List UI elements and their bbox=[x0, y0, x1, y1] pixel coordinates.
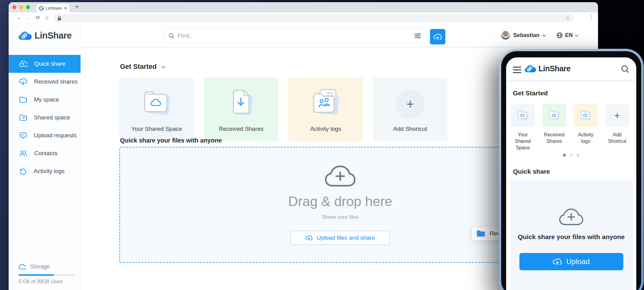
phone-upload-button[interactable]: Upload bbox=[519, 253, 623, 270]
folder-icon bbox=[19, 96, 27, 103]
language-selector[interactable]: EN bbox=[556, 32, 578, 39]
upload-files-and-share-button[interactable]: Upload files and share bbox=[291, 231, 390, 245]
linshare-cloud-logo-icon bbox=[524, 64, 536, 73]
close-window-button[interactable] bbox=[12, 5, 16, 9]
dropzone-cloud-plus-icon bbox=[324, 165, 356, 188]
storage-progress-fill bbox=[19, 274, 54, 276]
activity-history-icon bbox=[19, 168, 27, 175]
folder-cloud-icon bbox=[516, 109, 530, 122]
sidebar-item-activity-logs[interactable]: Activity logs bbox=[9, 162, 80, 180]
globe-icon bbox=[556, 32, 563, 39]
card-label: Activity logs bbox=[288, 126, 363, 132]
language-code: EN bbox=[565, 32, 573, 39]
tab-title: LinShare bbox=[46, 6, 62, 10]
reload-icon[interactable]: ⟳ bbox=[36, 14, 40, 21]
google-favicon bbox=[39, 6, 44, 11]
carousel-dot[interactable] bbox=[570, 154, 573, 157]
search-icon bbox=[168, 33, 175, 39]
hamburger-menu-icon[interactable] bbox=[513, 67, 521, 75]
phone-tile-label: Add Shortcut bbox=[605, 131, 629, 144]
phone-quick-share-panel: Quick share your files with anyone Uploa… bbox=[510, 180, 633, 290]
phone-tile-received-shares[interactable] bbox=[542, 104, 566, 127]
phone-get-started-title: Get Started bbox=[513, 89, 548, 97]
upload-button[interactable] bbox=[430, 29, 445, 44]
user-avatar[interactable] bbox=[501, 31, 510, 40]
phone-tile-add-shortcut[interactable]: + bbox=[605, 104, 629, 127]
phone-linshare-logo: LinShare bbox=[524, 64, 571, 73]
address-bar[interactable]: ☆ bbox=[54, 14, 574, 22]
phone-shortcut-tiles: Your Shared Space Received Shares bbox=[511, 104, 629, 151]
sidebar-item-received-shares[interactable]: Received shares bbox=[9, 73, 80, 91]
bookmark-star-icon[interactable]: ☆ bbox=[566, 15, 570, 21]
window-controls[interactable] bbox=[12, 5, 30, 9]
card-your-shared-space[interactable]: Your Shared Space bbox=[119, 78, 194, 141]
language-chevron-down-icon bbox=[575, 33, 579, 37]
sidebar-item-label: Activity logs bbox=[34, 168, 64, 175]
folder-share-icon bbox=[19, 114, 27, 121]
tab-close-icon[interactable]: ✕ bbox=[64, 6, 67, 10]
carousel-dot-active[interactable] bbox=[563, 154, 566, 157]
sidebar-item-quick-share[interactable]: Quick share bbox=[9, 55, 80, 73]
storage-progressbar bbox=[19, 274, 75, 276]
topbar: Sebastian EN bbox=[81, 24, 598, 46]
linshare-cloud-logo-icon bbox=[18, 31, 32, 41]
user-name[interactable]: Sebastian bbox=[513, 32, 539, 39]
card-label: Your Shared Space bbox=[119, 126, 194, 132]
get-started-chevron-icon[interactable] bbox=[161, 64, 165, 68]
sidebar-item-upload-requests[interactable]: Upload requests bbox=[9, 126, 80, 144]
phone-appbar: LinShare bbox=[506, 57, 636, 81]
back-icon[interactable]: ← bbox=[17, 14, 22, 21]
card-activity-logs[interactable]: Activity logs bbox=[288, 78, 363, 141]
storage-widget: Storage 5 GB of 20GB Used bbox=[19, 263, 75, 284]
folder-activity-icon bbox=[309, 87, 343, 119]
sidebar-item-contacts[interactable]: Contacts bbox=[9, 144, 80, 162]
forward-icon[interactable]: → bbox=[26, 14, 31, 21]
minimize-window-button[interactable] bbox=[19, 5, 23, 9]
carousel-dot[interactable] bbox=[576, 154, 580, 157]
phone-upload-label: Upload bbox=[566, 257, 590, 266]
get-started-header[interactable]: Get Started bbox=[120, 63, 164, 71]
linshare-logo[interactable]: LinShare bbox=[18, 31, 72, 41]
upload-request-bubble-icon bbox=[19, 132, 27, 139]
sidebar-item-shared-space[interactable]: Shared space bbox=[9, 109, 80, 126]
card-label: Received Shares bbox=[204, 126, 279, 132]
sidebar-item-my-space[interactable]: My space bbox=[9, 91, 80, 109]
file-download-icon bbox=[224, 87, 258, 119]
lock-icon bbox=[57, 16, 61, 21]
new-tab-button[interactable]: + bbox=[75, 3, 79, 10]
upload-files-and-share-label: Upload files and share bbox=[316, 234, 375, 241]
storage-caption: 5 GB of 20GB Used bbox=[19, 279, 75, 284]
phone-tile-label: Received Shares bbox=[542, 131, 566, 144]
browser-menu-icon[interactable]: ⋮ bbox=[588, 14, 594, 20]
quick-share-section-title: Quick share your files with anyone bbox=[120, 137, 222, 144]
blue-folder-icon bbox=[476, 230, 485, 237]
carousel-dots[interactable] bbox=[506, 154, 636, 157]
logo-wordmark: LinShare bbox=[35, 31, 72, 41]
card-received-shares[interactable]: Received Shares bbox=[204, 78, 279, 141]
search-box[interactable] bbox=[163, 28, 427, 44]
filter-sliders-icon[interactable] bbox=[414, 32, 421, 39]
phone-tile-your-shared-space[interactable] bbox=[511, 104, 535, 127]
browser-tab[interactable]: LinShare ✕ bbox=[36, 4, 70, 12]
user-chevron-down-icon[interactable] bbox=[543, 33, 547, 37]
phone-tile-label: Activity logs bbox=[574, 131, 598, 144]
card-add-shortcut[interactable]: + Add Shortcut bbox=[373, 78, 448, 141]
storage-cloud-icon bbox=[19, 264, 26, 270]
add-shortcut-plus-icon: + bbox=[395, 89, 425, 119]
phone-tile-activity-logs[interactable] bbox=[574, 104, 598, 127]
folder-cloud-icon bbox=[140, 87, 174, 119]
home-icon[interactable]: ⌂ bbox=[45, 14, 48, 21]
phone-bezel: LinShare Get Started bbox=[501, 51, 641, 290]
dropzone-subtitle: Share your files bbox=[322, 214, 358, 220]
sidebar-item-label: Received shares bbox=[34, 78, 78, 85]
sidebar-item-label: Contacts bbox=[34, 150, 57, 157]
sidebar-item-label: My space bbox=[34, 96, 59, 103]
screenshot-stage: LinShare ✕ + ← → ⟳ ⌂ ☆ ⋮ bbox=[0, 0, 644, 290]
folder-cloud-icon bbox=[579, 109, 593, 122]
phone-search-icon[interactable] bbox=[621, 65, 630, 73]
drag-drop-zone[interactable]: Drag & drop here Share your files Upload… bbox=[119, 147, 561, 263]
sidebar-item-label: Shared space bbox=[34, 114, 70, 121]
shortcut-cards: Your Shared Space R bbox=[119, 78, 448, 141]
search-input[interactable] bbox=[178, 32, 411, 39]
zoom-window-button[interactable] bbox=[26, 5, 30, 9]
